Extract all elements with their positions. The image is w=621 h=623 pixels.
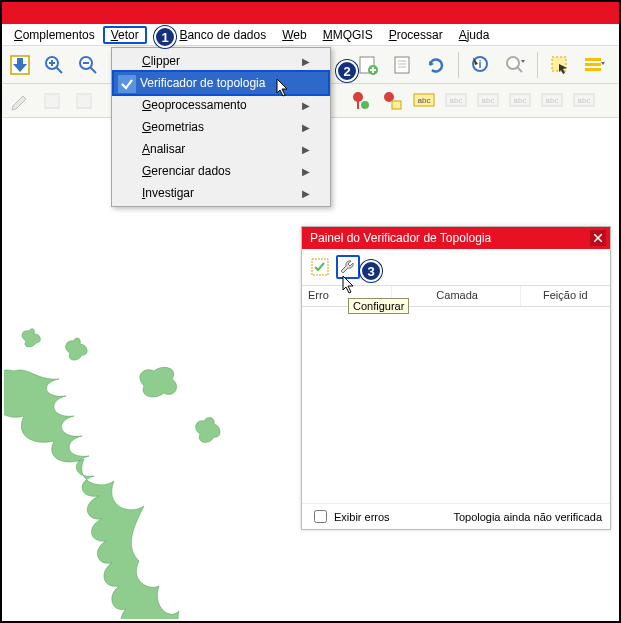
menu-item-clipper[interactable]: Clipper▶ [114,50,328,72]
menu-item-investigar[interactable]: Investigar▶ [114,182,328,204]
menu-item-verificador-topologia[interactable]: Verificador de topologia [112,70,330,96]
edit-tool-icon[interactable] [38,87,66,115]
topology-checker-panel: Painel do Verificador de Topologia Erro … [301,226,611,530]
toolbar-separator [537,52,538,78]
svg-rect-23 [585,68,601,71]
document-icon[interactable] [388,51,416,79]
panel-close-button[interactable] [590,230,606,246]
svg-rect-29 [392,101,401,109]
show-errors-label: Exibir erros [334,511,390,523]
svg-line-19 [517,67,522,72]
svg-rect-42 [118,75,136,93]
menu-mmqgis[interactable]: MMQGIS [315,26,381,44]
svg-text:abc: abc [418,96,431,105]
panel-toolbar [302,249,610,285]
menu-banco-de-dados[interactable]: Banco de dados [171,26,274,44]
svg-line-2 [56,67,62,73]
select-icon[interactable] [546,51,574,79]
label-abc6-icon[interactable]: abc [570,87,598,115]
callout-3: 3 [360,260,382,282]
label-abc2-icon[interactable]: abc [442,87,470,115]
label-abc1-icon[interactable]: abc [410,87,438,115]
show-errors-input[interactable] [314,510,327,523]
menu-item-analisar[interactable]: Analisar▶ [114,138,328,160]
svg-text:abc: abc [514,96,527,105]
svg-text:abc: abc [450,96,463,105]
identify-dropdown-icon[interactable] [501,51,529,79]
svg-rect-25 [77,94,91,108]
svg-rect-24 [45,94,59,108]
column-camada[interactable]: Camada [392,286,520,306]
new-layer-icon[interactable] [354,51,382,79]
refresh-icon[interactable] [422,51,450,79]
label-abc4-icon[interactable]: abc [506,87,534,115]
svg-point-26 [353,92,363,102]
label-tool-pin-icon[interactable] [346,87,374,115]
menu-vetor[interactable]: Vetor [103,26,147,44]
status-text: Topologia ainda não verificada [453,511,602,523]
menu-processar[interactable]: Processar [381,26,451,44]
menu-item-geometrias[interactable]: Geometrias▶ [114,116,328,138]
validate-all-button[interactable] [308,255,332,279]
menu-item-geoprocessamento[interactable]: Geoprocessamento▶ [114,94,328,116]
select-menu-icon[interactable] [580,51,608,79]
label-abc3-icon[interactable]: abc [474,87,502,115]
svg-text:abc: abc [578,96,591,105]
topology-check-icon [118,75,136,93]
callout-2: 2 [336,60,358,82]
svg-rect-12 [395,57,409,73]
zoom-out-icon[interactable] [74,51,102,79]
svg-line-6 [90,67,96,73]
menu-item-gerenciar-dados[interactable]: Gerenciar dados▶ [114,160,328,182]
show-errors-checkbox[interactable]: Exibir erros [310,507,390,526]
svg-rect-22 [585,63,601,66]
svg-rect-21 [585,58,601,61]
pan-icon[interactable] [6,51,34,79]
svg-text:abc: abc [546,96,559,105]
svg-text:abc: abc [482,96,495,105]
panel-titlebar[interactable]: Painel do Verificador de Topologia [302,227,610,249]
edit-tool2-icon[interactable] [70,87,98,115]
menu-ajuda[interactable]: Ajuda [451,26,498,44]
zoom-in-icon[interactable] [40,51,68,79]
configure-button[interactable] [336,255,360,279]
edit-toggle-icon[interactable] [6,87,34,115]
menu-web[interactable]: Web [274,26,314,44]
svg-text:i: i [478,58,481,70]
menu-complementos[interactable]: Complementos [6,26,103,44]
panel-results-list[interactable] [302,307,610,503]
wrench-icon [338,257,358,277]
menubar: Complementos Vetor R Banco de dados Web … [2,24,619,46]
close-icon [594,234,602,242]
svg-point-27 [361,101,369,109]
identify-icon[interactable]: i [467,51,495,79]
vetor-dropdown-menu: Clipper▶ Verificador de topologia Geopro… [111,47,331,207]
toolbar-separator [458,52,459,78]
panel-title: Painel do Verificador de Topologia [310,231,491,245]
window-titlebar [2,2,619,24]
label-abc5-icon[interactable]: abc [538,87,566,115]
checklist-icon [310,257,330,277]
tooltip-configurar: Configurar [348,298,409,314]
panel-footer: Exibir erros Topologia ainda não verific… [302,503,610,529]
column-feicao-id[interactable]: Feição id [521,286,610,306]
label-tool-highlight-icon[interactable] [378,87,406,115]
callout-1: 1 [154,26,176,48]
